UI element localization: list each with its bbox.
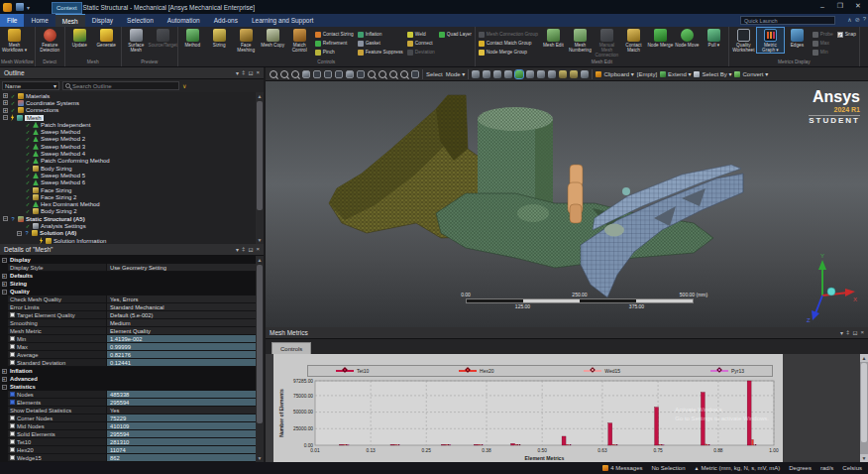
- surface-mesh-button[interactable]: Surface Mesh: [123, 28, 150, 53]
- details-value[interactable]: 295594: [107, 430, 256, 438]
- refinement-button[interactable]: Refinement: [313, 39, 356, 48]
- quick-launch-input[interactable]: Quick Launch: [740, 16, 835, 25]
- details-value[interactable]: 75229: [107, 415, 256, 422]
- minimize-button[interactable]: –: [814, 0, 830, 12]
- zoom-next-icon[interactable]: [389, 70, 397, 78]
- shield-icon[interactable]: ⊘: [855, 16, 860, 23]
- details-value[interactable]: 0.99999: [107, 343, 256, 351]
- expander-icon[interactable]: −: [3, 216, 8, 221]
- edges-button[interactable]: Edges: [784, 28, 811, 48]
- name-filter-dropdown[interactable]: Name▾: [2, 81, 59, 90]
- details-value[interactable]: Default (5.e-002): [107, 311, 256, 319]
- outline-scrollbar[interactable]: ▲▼: [256, 92, 264, 244]
- tab-display[interactable]: Display: [85, 14, 120, 27]
- tree-item-solution-information[interactable]: Solution Information: [0, 237, 256, 244]
- tree-item-sweep-method-4[interactable]: ✓Sweep Method 4: [0, 150, 256, 157]
- details-row-display-style[interactable]: Display StyleUse Geometry Setting: [0, 264, 256, 272]
- details-section-advanced[interactable]: +Advanced: [0, 375, 256, 383]
- details-value[interactable]: 11074: [107, 446, 256, 454]
- tree-item-sweep-method-3[interactable]: ✓Sweep Method 3: [0, 143, 256, 150]
- row-checkbox[interactable]: [10, 439, 15, 444]
- panel-menu-icon[interactable]: ▾: [840, 329, 843, 336]
- details-row-mesh-metric[interactable]: Mesh MetricElement Quality: [0, 327, 256, 335]
- quick-access-caret-icon[interactable]: ▾: [27, 4, 30, 11]
- close-button[interactable]: ✕: [850, 0, 866, 12]
- details-section-statistics[interactable]: −Statistics: [0, 383, 256, 391]
- tree-item-hex-dominant-method[interactable]: ✓Hex Dominant Method: [0, 200, 256, 207]
- vertex-filter-icon[interactable]: [472, 70, 480, 78]
- node-merge-button[interactable]: Node Merge: [647, 28, 674, 48]
- details-row-nodes[interactable]: Nodes485338: [0, 391, 256, 399]
- close-panel-icon[interactable]: ×: [860, 329, 864, 336]
- node-move-button[interactable]: Node Move: [674, 28, 701, 48]
- element-face-filter-icon[interactable]: [526, 70, 534, 78]
- details-section-sizing[interactable]: +Sizing: [0, 280, 256, 288]
- tree-item-face-sizing-2[interactable]: ✓Face Sizing 2: [0, 193, 256, 200]
- details-row-min[interactable]: Min1.4139e-002: [0, 335, 256, 343]
- tree-item-body-sizing[interactable]: ✓Body Sizing: [0, 165, 256, 172]
- metric-graph-button[interactable]: Metric Graph ▾: [757, 28, 784, 53]
- details-scrollbar[interactable]: ▲▼: [256, 256, 264, 462]
- row-checkbox[interactable]: [10, 312, 15, 317]
- collapse-ribbon-icon[interactable]: ∧: [847, 16, 851, 23]
- mode-dropdown[interactable]: Mode ▾: [446, 70, 466, 77]
- weld-button[interactable]: Weld: [405, 30, 437, 39]
- tree-item-body-sizing-2[interactable]: ✓Body Sizing 2: [0, 208, 256, 215]
- section-expander-icon[interactable]: −: [2, 385, 7, 390]
- close-panel-icon[interactable]: ×: [256, 69, 260, 76]
- tab-automation[interactable]: Automation: [161, 14, 207, 27]
- mesh-numbering-button[interactable]: Mesh Numbering: [567, 28, 594, 53]
- help-icon[interactable]: ?: [863, 16, 866, 23]
- pin-icon[interactable]: ‡: [846, 329, 849, 336]
- float-icon[interactable]: ⊡: [248, 69, 253, 76]
- sphere-view-icon[interactable]: [302, 70, 310, 78]
- expander-icon[interactable]: +: [3, 108, 8, 113]
- gasket-button[interactable]: Gasket: [356, 39, 405, 48]
- look-at-icon[interactable]: [411, 70, 419, 78]
- graphics-viewport[interactable]: Ansys 2024 R1 STUDENT 0.00 250.00 500.00…: [266, 81, 868, 327]
- mesh-metrics-scrollbar[interactable]: ▲▼: [860, 354, 868, 462]
- section-expander-icon[interactable]: +: [2, 282, 7, 287]
- tree-item-sweep-method-2[interactable]: ✓Sweep Method 2: [0, 136, 256, 143]
- details-value[interactable]: Yes, Errors: [107, 296, 256, 303]
- details-row-corner-nodes[interactable]: Corner Nodes75229: [0, 415, 256, 422]
- snap-checkbox[interactable]: ✓: [837, 32, 843, 38]
- details-section-inflation[interactable]: +Inflation: [0, 367, 256, 375]
- details-value[interactable]: Element Quality: [107, 327, 256, 335]
- tree-item-face-sizing[interactable]: ✓Face Sizing: [0, 186, 256, 193]
- flag-extend-icon[interactable]: [559, 70, 567, 78]
- tree-item-sweep-method-6[interactable]: ✓Sweep Method 6: [0, 179, 256, 186]
- node-filter-icon-active[interactable]: [515, 70, 523, 78]
- row-checkbox[interactable]: [10, 431, 15, 436]
- details-section-defaults[interactable]: +Defaults: [0, 272, 256, 280]
- convert-button[interactable]: Convert ▾: [734, 70, 768, 77]
- paint-select-icon[interactable]: [313, 70, 321, 78]
- pull-button[interactable]: Pull ▾: [701, 28, 727, 48]
- details-row-elements[interactable]: Elements295594: [0, 399, 256, 407]
- details-section-quality[interactable]: −Quality: [0, 288, 256, 296]
- connect-button[interactable]: Connect: [405, 39, 437, 48]
- section-expander-icon[interactable]: −: [2, 258, 7, 263]
- mesh-filter-icon[interactable]: [548, 70, 556, 78]
- details-value[interactable]: 862: [107, 454, 256, 462]
- details-row-solid-elements[interactable]: Solid Elements295594: [0, 430, 256, 438]
- select-button[interactable]: Select: [426, 71, 443, 77]
- zoom-box-icon[interactable]: [291, 70, 299, 78]
- tab-learning-and-support[interactable]: Learning and Support: [245, 14, 321, 27]
- details-value[interactable]: 0.82176: [107, 351, 256, 359]
- contact-sizing-button[interactable]: Contact Sizing: [313, 30, 356, 39]
- row-checkbox[interactable]: [10, 447, 15, 452]
- box-select-icon[interactable]: [581, 70, 589, 78]
- tab-home[interactable]: Home: [24, 14, 54, 27]
- float-icon[interactable]: ⊡: [852, 329, 857, 336]
- select-by-button[interactable]: Select By ▾: [694, 70, 731, 77]
- row-checkbox[interactable]: [10, 352, 15, 357]
- tree-item-materials[interactable]: +✓Materials: [0, 92, 256, 99]
- pan-icon[interactable]: [357, 70, 365, 78]
- row-checkbox[interactable]: [10, 336, 15, 341]
- panel-menu-icon[interactable]: ▾: [236, 69, 239, 76]
- update-button[interactable]: Update: [66, 28, 93, 48]
- feature-suppress-button[interactable]: Feature Suppress: [356, 48, 405, 57]
- details-value[interactable]: Medium: [107, 319, 256, 327]
- maximize-button[interactable]: ❐: [832, 0, 848, 12]
